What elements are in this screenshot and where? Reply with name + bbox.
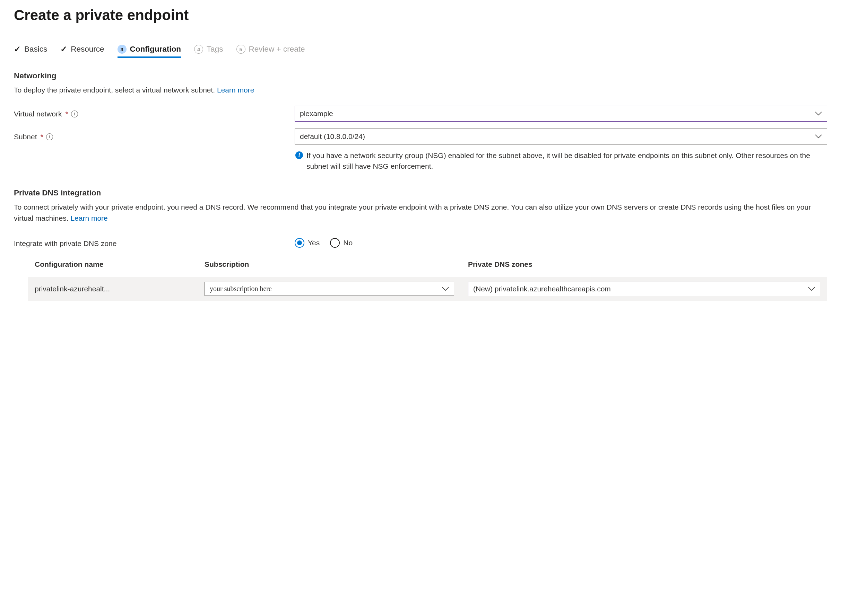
step-label: Basics: [24, 45, 47, 54]
required-asterisk: *: [66, 110, 68, 118]
check-icon: ✓: [14, 44, 21, 54]
subscription-select[interactable]: your subscription here: [204, 282, 454, 296]
radio-circle-icon: [295, 238, 304, 248]
chevron-down-icon: [442, 287, 449, 291]
select-value: (New) privatelink.azurehealthcareapis.co…: [473, 285, 611, 293]
radio-label: Yes: [308, 239, 320, 247]
step-number-badge: 5: [237, 45, 246, 54]
table-header-row: Configuration name Subscription Private …: [28, 260, 827, 277]
chevron-down-icon: [808, 287, 815, 291]
learn-more-link[interactable]: Learn more: [217, 86, 254, 94]
integrate-dns-radio-group: Yes No: [295, 238, 827, 248]
radio-label: No: [343, 239, 353, 247]
page-title: Create a private endpoint: [14, 7, 827, 23]
config-name-cell: privatelink-azurehealt...: [35, 285, 191, 293]
info-icon[interactable]: i: [46, 133, 53, 140]
col-header-subscription: Subscription: [204, 260, 454, 268]
step-tags[interactable]: 4 Tags: [194, 45, 223, 57]
step-basics[interactable]: ✓ Basics: [14, 44, 47, 57]
radio-no[interactable]: No: [330, 238, 353, 248]
virtual-network-select[interactable]: plexample: [295, 106, 827, 122]
subnet-label: Subnet* i: [14, 129, 295, 141]
col-header-config-name: Configuration name: [35, 260, 191, 268]
radio-yes[interactable]: Yes: [295, 238, 320, 248]
dns-heading: Private DNS integration: [14, 188, 827, 198]
learn-more-link[interactable]: Learn more: [71, 214, 107, 222]
integrate-dns-label: Integrate with private DNS zone: [14, 238, 295, 248]
dns-zone-select[interactable]: (New) privatelink.azurehealthcareapis.co…: [468, 282, 820, 296]
step-number-badge: 3: [118, 45, 126, 54]
step-label: Resource: [71, 45, 104, 54]
step-number-badge: 4: [194, 45, 203, 54]
chevron-down-icon: [815, 135, 822, 139]
networking-description: To deploy the private endpoint, select a…: [14, 85, 818, 96]
step-label: Review + create: [249, 45, 305, 54]
step-label: Configuration: [130, 45, 181, 54]
subnet-select[interactable]: default (10.8.0.0/24): [295, 129, 827, 144]
chevron-down-icon: [815, 111, 822, 116]
col-header-dns-zones: Private DNS zones: [468, 260, 820, 268]
required-asterisk: *: [41, 133, 43, 141]
networking-heading: Networking: [14, 71, 827, 81]
select-value: default (10.8.0.0/24): [300, 132, 365, 141]
step-label: Tags: [207, 45, 223, 54]
step-resource[interactable]: ✓ Resource: [60, 44, 104, 57]
virtual-network-label: Virtual network* i: [14, 106, 295, 118]
nsg-info-note: i If you have a network security group (…: [295, 150, 825, 172]
info-filled-icon: i: [296, 151, 303, 159]
select-value: your subscription here: [210, 285, 272, 293]
info-icon[interactable]: i: [71, 110, 78, 117]
wizard-steps: ✓ Basics ✓ Resource 3 Configuration 4 Ta…: [14, 44, 827, 57]
radio-circle-icon: [330, 238, 340, 248]
dns-zones-table: Configuration name Subscription Private …: [14, 260, 827, 301]
step-configuration[interactable]: 3 Configuration: [118, 45, 181, 57]
select-value: plexample: [300, 110, 333, 118]
dns-description: To connect privately with your private e…: [14, 202, 818, 224]
step-review-create[interactable]: 5 Review + create: [237, 45, 305, 57]
check-icon: ✓: [60, 44, 67, 54]
table-row: privatelink-azurehealt... your subscript…: [28, 277, 827, 301]
